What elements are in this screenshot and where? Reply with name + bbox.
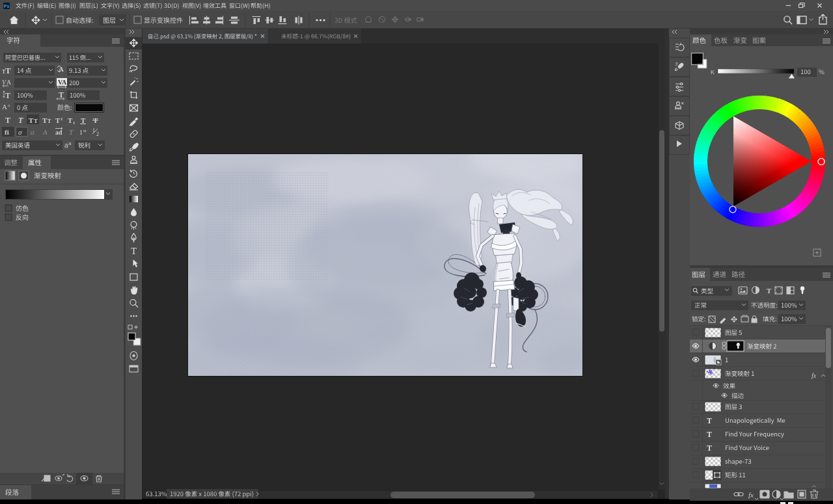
svg-text:Ps: Ps bbox=[4, 4, 10, 8]
svg-text:T: T bbox=[707, 430, 712, 439]
svg-text:fx: fx bbox=[812, 372, 817, 379]
svg-text:T: T bbox=[59, 90, 64, 99]
svg-text:T: T bbox=[69, 128, 74, 136]
svg-text:T: T bbox=[55, 116, 61, 124]
svg-text:A: A bbox=[7, 79, 12, 86]
svg-text:A: A bbox=[2, 103, 7, 111]
svg-text:K: K bbox=[711, 69, 715, 75]
svg-text:T: T bbox=[707, 444, 712, 453]
svg-text:T: T bbox=[68, 116, 73, 124]
svg-text:T: T bbox=[707, 416, 712, 425]
svg-text:T: T bbox=[18, 116, 23, 125]
svg-text:2: 2 bbox=[96, 131, 99, 137]
svg-text:A: A bbox=[42, 128, 48, 136]
svg-text:T: T bbox=[48, 118, 51, 124]
svg-text:T: T bbox=[5, 116, 10, 125]
svg-text:σ: σ bbox=[18, 128, 22, 136]
svg-text:T: T bbox=[34, 118, 38, 124]
svg-text:T: T bbox=[5, 91, 10, 100]
svg-text:T: T bbox=[29, 116, 34, 124]
svg-text:1: 1 bbox=[73, 120, 75, 126]
svg-text:T: T bbox=[5, 66, 11, 75]
svg-text:st: st bbox=[30, 129, 34, 136]
svg-text:T: T bbox=[131, 246, 137, 256]
svg-text:ad: ad bbox=[55, 129, 62, 136]
svg-text:T: T bbox=[81, 116, 86, 124]
svg-text:VA: VA bbox=[58, 79, 67, 86]
svg-text:st: st bbox=[83, 128, 87, 133]
svg-text:a: a bbox=[68, 140, 72, 146]
svg-text:T: T bbox=[2, 69, 6, 75]
svg-text:T: T bbox=[767, 287, 772, 295]
svg-text:fx: fx bbox=[748, 491, 754, 499]
svg-text:fi: fi bbox=[5, 128, 9, 136]
svg-text:a: a bbox=[8, 103, 10, 108]
svg-text:1: 1 bbox=[79, 129, 83, 136]
svg-text:1: 1 bbox=[61, 116, 63, 122]
svg-text:T: T bbox=[42, 116, 48, 124]
